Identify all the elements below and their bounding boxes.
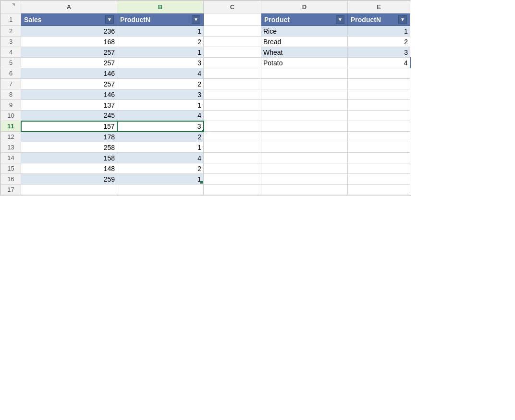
row-num-2: 2 bbox=[1, 26, 21, 37]
cell-d11[interactable] bbox=[261, 121, 348, 132]
cell-c12[interactable] bbox=[204, 132, 261, 142]
cell-d4[interactable]: Wheat bbox=[261, 47, 348, 58]
cell-c13[interactable] bbox=[204, 142, 261, 153]
sales-dropdown-arrow[interactable]: ▼ bbox=[105, 15, 114, 24]
cell-e10[interactable] bbox=[348, 111, 410, 121]
cell-d16[interactable] bbox=[261, 174, 348, 185]
cell-c8[interactable] bbox=[204, 89, 261, 100]
cell-c16[interactable] bbox=[204, 174, 261, 185]
cell-d9[interactable] bbox=[261, 100, 348, 111]
cell-a2[interactable]: 236 bbox=[21, 26, 117, 37]
row-num-15: 15 bbox=[1, 163, 21, 174]
cell-d1-header[interactable]: Product ▼ bbox=[261, 13, 348, 26]
cell-e15[interactable] bbox=[348, 163, 410, 174]
cell-c4[interactable] bbox=[204, 47, 261, 58]
col-header-a[interactable]: A bbox=[21, 1, 117, 13]
col-header-b[interactable]: B bbox=[117, 1, 204, 13]
cell-a1-header[interactable]: Sales ▼ bbox=[21, 13, 117, 26]
cell-a6[interactable]: 146 bbox=[21, 68, 117, 79]
cell-e1-header[interactable]: ProductN ▼ bbox=[348, 13, 410, 26]
cell-c17[interactable] bbox=[204, 185, 261, 195]
autofill-indicator bbox=[200, 181, 203, 184]
cell-b1-header[interactable]: ProductN ▼ bbox=[117, 13, 204, 26]
cell-b4[interactable]: 1 bbox=[117, 47, 204, 58]
cell-e4[interactable]: 3 bbox=[348, 47, 410, 58]
cell-b13[interactable]: 1 bbox=[117, 142, 204, 153]
cell-c11[interactable] bbox=[204, 121, 261, 132]
cell-e11[interactable] bbox=[348, 121, 410, 132]
cell-d17[interactable] bbox=[261, 185, 348, 195]
cell-b16[interactable]: 1 bbox=[117, 174, 204, 185]
cell-c10[interactable] bbox=[204, 111, 261, 121]
cell-a14[interactable]: 158 bbox=[21, 153, 117, 163]
cell-b9[interactable]: 1 bbox=[117, 100, 204, 111]
col-header-e[interactable]: E bbox=[348, 1, 410, 13]
cell-b6[interactable]: 4 bbox=[117, 68, 204, 79]
cell-e16[interactable] bbox=[348, 174, 410, 185]
cell-e6[interactable] bbox=[348, 68, 410, 79]
cell-a8[interactable]: 146 bbox=[21, 89, 117, 100]
cell-b3[interactable]: 2 bbox=[117, 37, 204, 47]
cell-a3[interactable]: 168 bbox=[21, 37, 117, 47]
cell-d2[interactable]: Rice bbox=[261, 26, 348, 37]
productn-dropdown-arrow-e[interactable]: ▼ bbox=[398, 15, 407, 24]
cell-b2[interactable]: 1 bbox=[117, 26, 204, 37]
cell-a17[interactable] bbox=[21, 185, 117, 195]
cell-b15[interactable]: 2 bbox=[117, 163, 204, 174]
cell-d7[interactable] bbox=[261, 79, 348, 89]
fill-handle[interactable] bbox=[202, 130, 204, 132]
cell-a10[interactable]: 245 bbox=[21, 111, 117, 121]
cell-e5[interactable]: 4 bbox=[348, 58, 410, 68]
cell-a13[interactable]: 258 bbox=[21, 142, 117, 153]
cell-a5[interactable]: 257 bbox=[21, 58, 117, 68]
cell-e14[interactable] bbox=[348, 153, 410, 163]
cell-b8[interactable]: 3 bbox=[117, 89, 204, 100]
product-dropdown-arrow[interactable]: ▼ bbox=[336, 15, 344, 24]
cell-d6[interactable] bbox=[261, 68, 348, 79]
cell-d5[interactable]: Potato bbox=[261, 58, 348, 68]
cell-e12[interactable] bbox=[348, 132, 410, 142]
cell-c9[interactable] bbox=[204, 100, 261, 111]
col-header-c[interactable]: C bbox=[204, 1, 261, 13]
cell-d8[interactable] bbox=[261, 89, 348, 100]
cell-b7[interactable]: 2 bbox=[117, 79, 204, 89]
cell-d15[interactable] bbox=[261, 163, 348, 174]
cell-a12[interactable]: 178 bbox=[21, 132, 117, 142]
cell-e13[interactable] bbox=[348, 142, 410, 153]
cell-c1[interactable] bbox=[204, 13, 261, 26]
svg-marker-0 bbox=[12, 3, 15, 6]
cell-b10[interactable]: 4 bbox=[117, 111, 204, 121]
cell-b14[interactable]: 4 bbox=[117, 153, 204, 163]
cell-e3[interactable]: 2 bbox=[348, 37, 410, 47]
cell-a9[interactable]: 137 bbox=[21, 100, 117, 111]
cell-a11[interactable]: 157 bbox=[21, 121, 117, 132]
cell-a15[interactable]: 148 bbox=[21, 163, 117, 174]
cell-d14[interactable] bbox=[261, 153, 348, 163]
cell-c3[interactable] bbox=[204, 37, 261, 47]
cell-c5[interactable] bbox=[204, 58, 261, 68]
cell-e2[interactable]: 1 bbox=[348, 26, 410, 37]
cell-b12[interactable]: 2 bbox=[117, 132, 204, 142]
cell-e17[interactable] bbox=[348, 185, 410, 195]
cell-e7[interactable] bbox=[348, 79, 410, 89]
row-num-1: 1 bbox=[1, 13, 21, 26]
cell-b11-selected[interactable]: 3 bbox=[117, 121, 204, 132]
cell-d12[interactable] bbox=[261, 132, 348, 142]
cell-a4[interactable]: 257 bbox=[21, 47, 117, 58]
cell-c2[interactable] bbox=[204, 26, 261, 37]
cell-a16[interactable]: 259 bbox=[21, 174, 117, 185]
cell-e9[interactable] bbox=[348, 100, 410, 111]
cell-d10[interactable] bbox=[261, 111, 348, 121]
cell-a7[interactable]: 257 bbox=[21, 79, 117, 89]
cell-c14[interactable] bbox=[204, 153, 261, 163]
cell-c7[interactable] bbox=[204, 79, 261, 89]
productn-dropdown-arrow-b[interactable]: ▼ bbox=[192, 15, 200, 24]
cell-d3[interactable]: Bread bbox=[261, 37, 348, 47]
cell-d13[interactable] bbox=[261, 142, 348, 153]
cell-c15[interactable] bbox=[204, 163, 261, 174]
cell-b17[interactable] bbox=[117, 185, 204, 195]
cell-e8[interactable] bbox=[348, 89, 410, 100]
cell-c6[interactable] bbox=[204, 68, 261, 79]
cell-b5[interactable]: 3 bbox=[117, 58, 204, 68]
col-header-d[interactable]: D bbox=[261, 1, 348, 13]
